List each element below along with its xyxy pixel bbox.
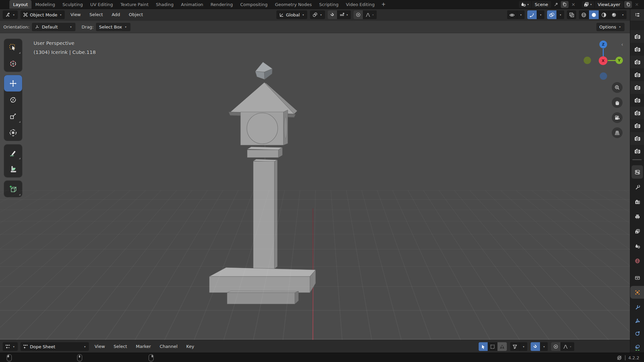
gizmo-axis-z-neg[interactable] <box>600 72 607 80</box>
outliner-camera-item[interactable] <box>630 81 644 94</box>
dope-tweak-tool[interactable] <box>479 342 488 351</box>
shading-wireframe-button[interactable] <box>579 10 589 19</box>
dope-snap-dropdown[interactable] <box>540 342 548 351</box>
menu-object[interactable]: Object <box>126 10 146 19</box>
filter-dropdown[interactable] <box>520 342 527 351</box>
tab-modeling[interactable]: Modeling <box>32 0 59 9</box>
proportional-falloff-selector[interactable] <box>363 10 377 19</box>
dope-snap-toggle[interactable] <box>531 342 540 351</box>
properties-tab-collection[interactable] <box>630 271 644 284</box>
snap-toggle[interactable] <box>328 10 337 19</box>
properties-tab-particles[interactable] <box>630 314 644 327</box>
tab-geometry-nodes[interactable]: Geometry Nodes <box>271 0 316 9</box>
tab-layout[interactable]: Layout <box>9 0 32 9</box>
mode-selector[interactable]: Object Mode <box>20 10 65 19</box>
properties-tab-view-layer[interactable] <box>630 225 644 238</box>
outliner-camera-item[interactable] <box>630 30 644 43</box>
xray-toggle[interactable] <box>567 10 576 19</box>
pan-button[interactable] <box>612 97 623 108</box>
dope-menu-channel[interactable]: Channel <box>157 342 180 351</box>
properties-tab-physics[interactable] <box>630 327 644 340</box>
overlays-dropdown[interactable] <box>557 10 564 19</box>
tool-annotate[interactable] <box>4 144 22 161</box>
outliner-camera-item[interactable] <box>630 107 644 119</box>
properties-tab-output[interactable] <box>630 210 644 223</box>
tool-transform[interactable] <box>4 124 22 141</box>
dope-menu-select[interactable]: Select <box>111 342 130 351</box>
dope-editor-type-button[interactable] <box>3 342 18 351</box>
outliner-camera-item[interactable] <box>630 94 644 107</box>
proportional-edit-toggle[interactable] <box>354 10 363 19</box>
pivot-point-selector[interactable] <box>310 10 325 19</box>
visibility-dropdown[interactable] <box>517 10 525 19</box>
tab-uv-editing[interactable]: UV Editing <box>87 0 117 9</box>
dope-warning-icon[interactable] <box>497 342 507 351</box>
properties-tab-scene[interactable] <box>630 240 644 252</box>
options-button[interactable]: Options <box>596 23 625 31</box>
orthographic-toggle-button[interactable] <box>612 127 623 138</box>
dope-falloff-selector[interactable] <box>561 342 574 351</box>
delete-scene-button[interactable] <box>570 1 577 8</box>
delete-viewlayer-button[interactable] <box>633 1 641 8</box>
properties-editor-button[interactable] <box>632 165 643 179</box>
outliner-camera-item[interactable] <box>630 68 644 81</box>
menu-add[interactable]: Add <box>109 10 123 19</box>
tool-cursor[interactable] <box>4 55 22 72</box>
tool-select-box[interactable] <box>4 39 22 55</box>
tab-scripting[interactable]: Scripting <box>315 0 342 9</box>
tool-add-cube[interactable] <box>4 181 22 197</box>
gizmo-axis-z[interactable]: Z <box>599 41 607 48</box>
gizmo-axis-y[interactable]: Y <box>615 57 623 64</box>
filter-icon[interactable] <box>510 342 520 351</box>
dope-box-select-tool[interactable] <box>488 342 497 351</box>
transform-orientation-selector[interactable]: Global <box>276 10 307 19</box>
drag-setting-dropdown[interactable]: Select Box <box>96 23 130 31</box>
tool-measure[interactable] <box>4 161 22 177</box>
shading-rendered-button[interactable] <box>609 10 619 19</box>
dope-menu-key[interactable]: Key <box>183 342 197 351</box>
copy-viewlayer-button[interactable] <box>624 1 632 8</box>
camera-view-button[interactable] <box>612 112 623 123</box>
viewlayer-selector[interactable]: ViewLayer <box>582 1 623 8</box>
properties-tab-world[interactable] <box>630 254 644 267</box>
tab-compositing[interactable]: Compositing <box>236 0 271 9</box>
gizmo-axis-y-neg[interactable] <box>584 57 591 64</box>
tab-animation[interactable]: Animation <box>177 0 207 9</box>
menu-select[interactable]: Select <box>87 10 106 19</box>
properties-tab-modifiers[interactable] <box>630 301 644 313</box>
tab-sculpting[interactable]: Sculpting <box>59 0 87 9</box>
add-workspace-button[interactable]: + <box>378 0 389 9</box>
dope-menu-marker[interactable]: Marker <box>133 342 154 351</box>
object-visibility-icon[interactable] <box>507 10 517 19</box>
sidebar-collapse-icon[interactable] <box>621 42 623 48</box>
shading-solid-button[interactable] <box>589 10 599 19</box>
viewport-3d[interactable]: User Perspective (1304) Icerink | Cube.1… <box>0 33 630 340</box>
shading-dropdown[interactable] <box>619 10 627 19</box>
dope-proportional-toggle[interactable] <box>551 342 560 351</box>
properties-tab-render[interactable] <box>630 195 644 208</box>
tool-scale[interactable] <box>4 108 22 124</box>
scene-selector[interactable]: Scene <box>519 1 551 8</box>
pin-icon[interactable] <box>552 1 560 8</box>
gizmo-dropdown[interactable] <box>537 10 544 19</box>
outliner-camera-item[interactable] <box>630 132 644 145</box>
properties-tab-object[interactable] <box>630 286 644 299</box>
tool-move[interactable] <box>4 75 22 92</box>
show-overlays-toggle[interactable] <box>547 10 556 19</box>
snap-with-selector[interactable] <box>337 10 351 19</box>
properties-tab-tool[interactable] <box>630 181 644 193</box>
shading-material-button[interactable] <box>599 10 609 19</box>
tab-rendering[interactable]: Rendering <box>207 0 236 9</box>
gizmo-axis-x[interactable]: X <box>599 56 607 65</box>
copy-scene-button[interactable] <box>561 1 569 8</box>
zoom-button[interactable] <box>612 82 623 93</box>
editor-type-button[interactable] <box>3 10 18 19</box>
tab-video-editing[interactable]: Video Editing <box>342 0 378 9</box>
tab-texture-paint[interactable]: Texture Paint <box>117 0 152 9</box>
tab-shading[interactable]: Shading <box>152 0 177 9</box>
outliner-camera-item[interactable] <box>630 145 644 158</box>
dope-menu-view[interactable]: View <box>92 342 108 351</box>
menu-view[interactable]: View <box>67 10 84 19</box>
outliner-camera-item[interactable] <box>630 119 644 132</box>
outliner-header[interactable] <box>630 9 644 21</box>
